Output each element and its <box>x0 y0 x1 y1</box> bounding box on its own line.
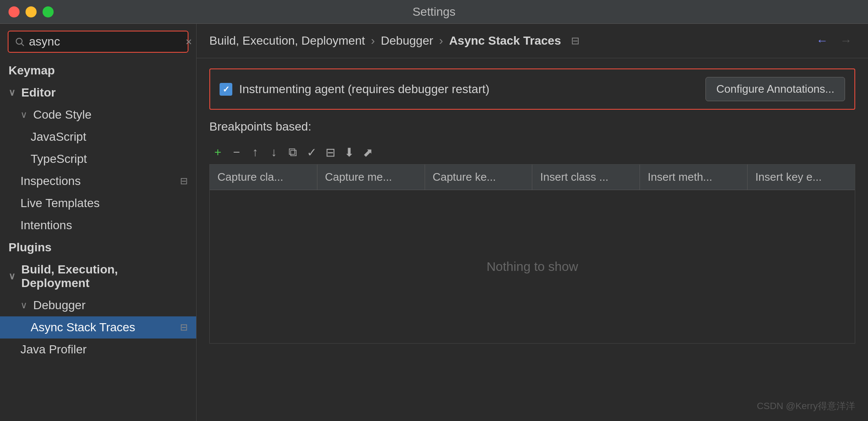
instrumenting-agent-box: ✓ Instrumenting agent (requires debugger… <box>209 68 855 110</box>
breakpoints-table: Capture cla... Capture me... Capture ke.… <box>209 165 855 344</box>
sidebar-item-code-style[interactable]: ∨ Code Style <box>0 104 196 126</box>
toolbar: + − ↑ ↓ ⧉ ✓ ⊟ ⬇ ⬈ <box>209 140 855 165</box>
checkbox-wrapper: ✓ Instrumenting agent (requires debugger… <box>220 82 489 96</box>
empty-state: Nothing to show <box>210 190 855 343</box>
configure-annotations-button[interactable]: Configure Annotations... <box>705 77 845 101</box>
sidebar-item-label: Keymap <box>9 64 55 77</box>
breadcrumb: Build, Execution, Deployment › Debugger … <box>197 24 868 58</box>
table-button[interactable]: ⊟ <box>322 144 339 161</box>
col-capture-key: Capture ke... <box>425 165 533 190</box>
sidebar-item-label: Intentions <box>20 219 72 232</box>
async-stack-traces-badge: ⊟ <box>180 322 188 333</box>
sidebar-item-async-stack-traces[interactable]: Async Stack Traces ⊟ <box>0 316 196 339</box>
watermark: CSDN @Kerry得意洋洋 <box>757 400 855 412</box>
sidebar-item-label: Async Stack Traces <box>31 321 135 334</box>
sidebar-item-label: Plugins <box>9 241 51 254</box>
export-button[interactable]: ⬈ <box>359 144 376 161</box>
maximize-button[interactable] <box>43 6 54 17</box>
chevron-down-icon: ∨ <box>9 87 15 98</box>
col-capture-class: Capture cla... <box>210 165 317 190</box>
svg-point-0 <box>16 38 22 44</box>
sidebar-item-label: Code Style <box>33 108 91 122</box>
minimize-button[interactable] <box>26 6 37 17</box>
sidebar-item-label: Build, Execution, Deployment <box>21 263 188 290</box>
sidebar-item-javascript[interactable]: JavaScript <box>0 126 196 148</box>
breadcrumb-async: Async Stack Traces <box>449 34 561 48</box>
sidebar-item-typescript[interactable]: TypeScript <box>0 148 196 170</box>
sidebar-item-editor[interactable]: ∨ Editor <box>0 82 196 104</box>
close-button[interactable] <box>9 6 20 17</box>
col-capture-method: Capture me... <box>317 165 425 190</box>
instrumenting-agent-label: Instrumenting agent (requires debugger r… <box>239 82 489 96</box>
nav-tree: Keymap ∨ Editor ∨ Code Style JavaScript … <box>0 60 196 421</box>
chevron-down-icon: ∨ <box>20 300 27 311</box>
sidebar: × Keymap ∨ Editor ∨ Code Style JavaScrip… <box>0 24 197 421</box>
breadcrumb-icon: ⊟ <box>571 35 580 47</box>
checkmark-icon: ✓ <box>223 84 230 94</box>
forward-button[interactable]: → <box>837 32 855 49</box>
sidebar-item-java-profiler[interactable]: Java Profiler <box>0 339 196 361</box>
main-layout: × Keymap ∨ Editor ∨ Code Style JavaScrip… <box>0 24 868 421</box>
sidebar-item-label: Inspections <box>20 174 81 188</box>
breadcrumb-navigation: ← → <box>813 32 855 49</box>
title-bar: Settings <box>0 0 868 24</box>
sidebar-item-inspections[interactable]: Inspections ⊟ <box>0 170 196 192</box>
download-button[interactable]: ⬇ <box>340 144 357 161</box>
content-area: Build, Execution, Deployment › Debugger … <box>197 24 868 421</box>
sidebar-item-label: Java Profiler <box>20 343 87 356</box>
breakpoints-label: Breakpoints based: <box>209 120 855 134</box>
search-box[interactable]: × <box>8 31 188 53</box>
breadcrumb-sep-2: › <box>439 34 443 48</box>
move-down-button[interactable]: ↓ <box>266 144 283 161</box>
breadcrumb-sep-1: › <box>371 34 375 48</box>
breadcrumb-debugger[interactable]: Debugger <box>381 34 433 48</box>
search-icon <box>14 37 25 47</box>
table-header: Capture cla... Capture me... Capture ke.… <box>210 165 855 190</box>
settings-content: ✓ Instrumenting agent (requires debugger… <box>197 58 868 421</box>
col-insert-key: Insert key e... <box>748 165 855 190</box>
check-button[interactable]: ✓ <box>303 144 320 161</box>
breadcrumb-build[interactable]: Build, Execution, Deployment <box>209 34 365 48</box>
watermark-text: CSDN @Kerry得意洋洋 <box>757 401 855 411</box>
sidebar-item-keymap[interactable]: Keymap <box>0 60 196 82</box>
copy-button[interactable]: ⧉ <box>284 144 301 161</box>
chevron-down-icon: ∨ <box>20 109 27 120</box>
sidebar-item-label: TypeScript <box>31 152 87 166</box>
empty-state-text: Nothing to show <box>486 259 578 274</box>
sidebar-item-label: Debugger <box>33 299 86 312</box>
sidebar-item-live-templates[interactable]: Live Templates <box>0 192 196 214</box>
col-insert-method: Insert meth... <box>640 165 748 190</box>
col-insert-class: Insert class ... <box>532 165 640 190</box>
svg-line-1 <box>22 44 24 46</box>
sidebar-item-label: Live Templates <box>20 196 100 210</box>
sidebar-item-plugins[interactable]: Plugins <box>0 236 196 259</box>
search-input[interactable] <box>29 35 181 48</box>
window-controls <box>9 6 54 17</box>
sidebar-item-build-execution[interactable]: ∨ Build, Execution, Deployment <box>0 259 196 294</box>
back-button[interactable]: ← <box>813 32 831 49</box>
sidebar-item-label: JavaScript <box>31 130 86 144</box>
sidebar-item-intentions[interactable]: Intentions <box>0 214 196 236</box>
sidebar-item-label: Editor <box>21 86 56 100</box>
chevron-down-icon: ∨ <box>9 271 15 282</box>
move-up-button[interactable]: ↑ <box>247 144 264 161</box>
search-clear-button[interactable]: × <box>186 35 192 48</box>
window-title: Settings <box>412 5 455 19</box>
add-button[interactable]: + <box>209 144 226 161</box>
inspections-badge: ⊟ <box>180 176 188 187</box>
remove-button[interactable]: − <box>228 144 245 161</box>
sidebar-item-debugger[interactable]: ∨ Debugger <box>0 294 196 316</box>
instrumenting-agent-checkbox[interactable]: ✓ <box>220 83 232 96</box>
